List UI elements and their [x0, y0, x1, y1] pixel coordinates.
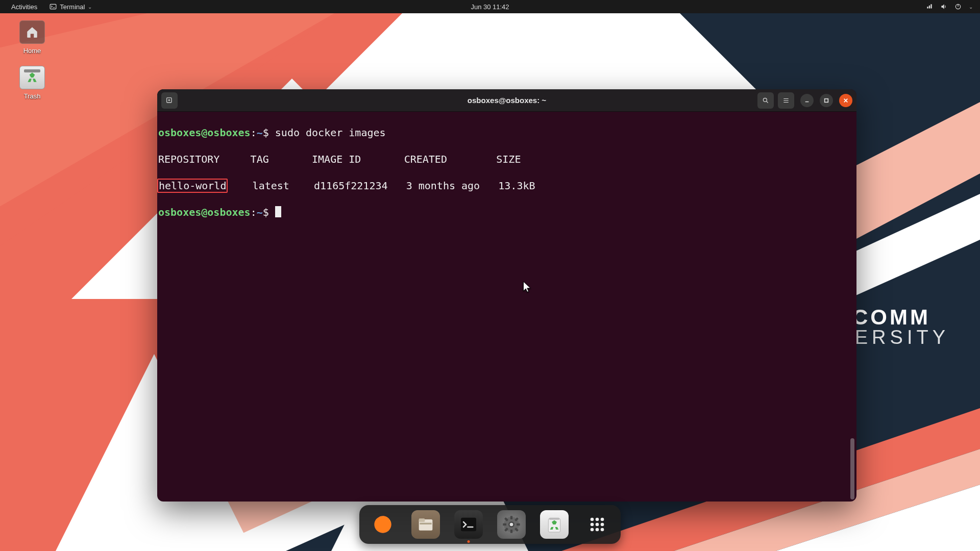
svg-point-48	[596, 523, 599, 527]
prompt-path: ~	[257, 206, 263, 218]
svg-rect-29	[420, 523, 431, 524]
terminal-icon	[50, 3, 57, 10]
highlighted-repository: hello-world	[157, 179, 228, 193]
apps-grid-icon	[587, 514, 607, 535]
recycle-icon	[544, 514, 565, 535]
prompt-sep: :	[251, 206, 257, 218]
svg-point-50	[591, 528, 594, 532]
activities-label: Activities	[11, 3, 37, 11]
prompt-end: $	[263, 127, 275, 139]
svg-point-51	[596, 528, 599, 532]
svg-point-52	[601, 528, 604, 532]
terminal-titlebar[interactable]: osboxes@osboxes: ~	[157, 89, 856, 112]
prompt-user: osboxes@osboxes	[158, 206, 251, 218]
dock-app-trash[interactable]	[540, 510, 569, 539]
output-row-rest: latest d1165f221234 3 months ago 13.3kB	[228, 180, 535, 192]
app-menu-label: Terminal	[60, 3, 85, 11]
svg-point-46	[601, 518, 604, 521]
terminal-window: osboxes@osboxes: ~ osboxes@osboxes:~$ su…	[157, 89, 856, 502]
chevron-down-icon: ⌄	[969, 4, 973, 10]
prompt-user: osboxes@osboxes	[158, 127, 251, 139]
new-tab-icon	[165, 96, 174, 105]
output-header: REPOSITORY TAG IMAGE ID CREATED SIZE	[158, 153, 856, 166]
activities-button[interactable]: Activities	[6, 2, 42, 12]
terminal-cursor	[275, 206, 281, 217]
terminal-title: osboxes@osboxes: ~	[468, 96, 546, 105]
svg-rect-43	[549, 518, 559, 520]
terminal-scrollbar[interactable]	[850, 438, 854, 499]
clock-label: Jun 30 11:42	[471, 3, 509, 11]
desktop-icons: Home Trash	[14, 20, 50, 111]
svg-rect-16	[50, 4, 56, 9]
network-icon[interactable]	[926, 3, 933, 10]
terminal-icon	[458, 514, 479, 535]
dock-app-firefox[interactable]	[369, 510, 397, 539]
svg-point-45	[596, 518, 599, 521]
minimize-icon	[804, 98, 810, 103]
maximize-icon	[824, 98, 829, 103]
command-text: sudo docker images	[275, 127, 386, 139]
new-tab-button[interactable]	[161, 92, 178, 109]
chevron-down-icon: ⌄	[88, 4, 92, 10]
volume-icon[interactable]	[940, 3, 947, 10]
recycle-icon	[26, 71, 39, 84]
svg-marker-13	[321, 0, 762, 95]
prompt-path: ~	[257, 127, 263, 139]
desktop-icon-home-label: Home	[23, 47, 41, 55]
home-icon	[26, 26, 39, 39]
desktop-icon-trash[interactable]: Trash	[14, 66, 50, 100]
hamburger-menu-button[interactable]	[778, 92, 794, 109]
desktop-icon-trash-label: Trash	[24, 92, 41, 100]
dock-app-terminal[interactable]	[454, 510, 483, 539]
svg-point-41	[510, 523, 513, 527]
close-icon	[843, 98, 848, 103]
running-indicator	[468, 540, 470, 543]
hamburger-icon	[782, 97, 790, 104]
svg-point-20	[763, 98, 767, 102]
power-icon[interactable]	[954, 3, 962, 10]
minimize-button[interactable]	[800, 94, 814, 107]
search-icon	[762, 97, 769, 104]
desktop-icon-home[interactable]: Home	[14, 20, 50, 55]
top-panel: Activities Terminal ⌄ Jun 30 11:42 ⌄	[0, 0, 980, 13]
svg-rect-30	[461, 518, 476, 532]
dock	[359, 505, 621, 544]
prompt-end: $	[263, 206, 275, 218]
gear-icon	[501, 514, 522, 535]
terminal-content[interactable]: osboxes@osboxes:~$ sudo docker images RE…	[157, 112, 856, 502]
prompt-sep: :	[251, 127, 257, 139]
svg-rect-28	[419, 518, 425, 522]
files-icon	[415, 514, 436, 535]
firefox-icon	[373, 514, 393, 535]
dock-app-files[interactable]	[411, 510, 440, 539]
maximize-button[interactable]	[820, 94, 833, 107]
dock-app-show-applications[interactable]	[583, 510, 611, 539]
clock-button[interactable]: Jun 30 11:42	[465, 2, 514, 12]
svg-point-47	[591, 523, 594, 527]
dock-app-settings[interactable]	[497, 510, 526, 539]
app-menu-button[interactable]: Terminal ⌄	[44, 2, 97, 12]
search-button[interactable]	[757, 92, 774, 109]
close-button[interactable]	[839, 94, 852, 107]
svg-line-21	[767, 101, 768, 103]
mouse-pointer-icon	[521, 281, 532, 296]
svg-point-44	[591, 518, 594, 521]
svg-rect-23	[825, 98, 828, 102]
svg-point-49	[601, 523, 604, 527]
